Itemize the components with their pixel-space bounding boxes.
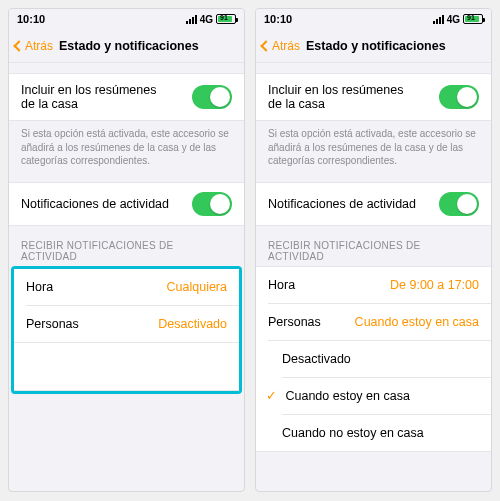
- row-hora[interactable]: Hora De 9:00 a 17:00: [256, 267, 491, 303]
- hora-label: Hora: [26, 280, 53, 294]
- personas-label: Personas: [268, 315, 321, 329]
- back-button[interactable]: Atrás: [262, 39, 300, 53]
- option-label: Cuando no estoy en casa: [282, 426, 424, 440]
- content: Incluir en los resúmenes de la casa Si e…: [9, 63, 244, 491]
- section-header-receive: RECIBIR NOTIFICACIONES DE ACTIVIDAD: [256, 226, 491, 266]
- status-bar: 10:10 4G 91: [256, 9, 491, 29]
- highlight-box: Hora Cualquiera Personas Desactivado: [11, 266, 242, 394]
- option-label: Desactivado: [282, 352, 351, 366]
- page-title: Estado y notificaciones: [59, 39, 238, 53]
- toggle-include-summary[interactable]: [192, 85, 232, 109]
- row-include-summary[interactable]: Incluir en los resúmenes de la casa: [9, 74, 244, 120]
- toggle-activity[interactable]: [192, 192, 232, 216]
- group-summary: Incluir en los resúmenes de la casa: [256, 73, 491, 121]
- row-hora[interactable]: Hora Cualquiera: [14, 269, 239, 305]
- content: Incluir en los resúmenes de la casa Si e…: [256, 63, 491, 491]
- signal-icon: [433, 15, 444, 24]
- section-header-receive: RECIBIR NOTIFICACIONES DE ACTIVIDAD: [9, 226, 244, 266]
- network-label: 4G: [447, 14, 460, 25]
- group-receive: Hora Cualquiera Personas Desactivado: [14, 269, 239, 343]
- back-button[interactable]: Atrás: [15, 39, 53, 53]
- status-right: 4G 91: [186, 14, 236, 25]
- phone-left: 10:10 4G 91 Atrás Estado y notificacione…: [8, 8, 245, 492]
- battery-icon: 91: [463, 14, 483, 24]
- signal-icon: [186, 15, 197, 24]
- battery-icon: 91: [216, 14, 236, 24]
- hora-label: Hora: [268, 278, 295, 292]
- option-label: ✓ Cuando estoy en casa: [282, 388, 410, 403]
- activity-label: Notificaciones de actividad: [21, 197, 169, 211]
- option-desactivado[interactable]: Desactivado: [256, 341, 491, 377]
- status-time: 10:10: [264, 13, 292, 25]
- back-label: Atrás: [272, 39, 300, 53]
- toggle-include-summary[interactable]: [439, 85, 479, 109]
- chevron-left-icon: [13, 40, 24, 51]
- option-cuando-estoy[interactable]: ✓ Cuando estoy en casa: [256, 378, 491, 414]
- group-activity: Notificaciones de actividad: [256, 182, 491, 226]
- status-right: 4G 91: [433, 14, 483, 25]
- row-personas[interactable]: Personas Desactivado: [14, 306, 239, 342]
- status-time: 10:10: [17, 13, 45, 25]
- row-personas[interactable]: Personas Cuando estoy en casa: [256, 304, 491, 340]
- personas-value: Cuando estoy en casa: [355, 315, 479, 329]
- group-summary: Incluir en los resúmenes de la casa: [9, 73, 244, 121]
- network-label: 4G: [200, 14, 213, 25]
- personas-label: Personas: [26, 317, 79, 331]
- group-activity: Notificaciones de actividad: [9, 182, 244, 226]
- chevron-left-icon: [260, 40, 271, 51]
- activity-label: Notificaciones de actividad: [268, 197, 416, 211]
- include-summary-footnote: Si esta opción está activada, este acces…: [256, 121, 491, 170]
- row-activity-notifications[interactable]: Notificaciones de actividad: [9, 183, 244, 225]
- include-summary-label: Incluir en los resúmenes de la casa: [21, 83, 171, 111]
- option-cuando-no-estoy[interactable]: Cuando no estoy en casa: [256, 415, 491, 451]
- include-summary-label: Incluir en los resúmenes de la casa: [268, 83, 418, 111]
- toggle-activity[interactable]: [439, 192, 479, 216]
- hora-value: Cualquiera: [167, 280, 227, 294]
- navbar: Atrás Estado y notificaciones: [9, 29, 244, 63]
- include-summary-footnote: Si esta opción está activada, este acces…: [9, 121, 244, 170]
- status-bar: 10:10 4G 91: [9, 9, 244, 29]
- group-receive: Hora De 9:00 a 17:00 Personas Cuando est…: [256, 266, 491, 452]
- back-label: Atrás: [25, 39, 53, 53]
- personas-value: Desactivado: [158, 317, 227, 331]
- phone-right: 10:10 4G 91 Atrás Estado y notificacione…: [255, 8, 492, 492]
- page-title: Estado y notificaciones: [306, 39, 485, 53]
- row-activity-notifications[interactable]: Notificaciones de actividad: [256, 183, 491, 225]
- navbar: Atrás Estado y notificaciones: [256, 29, 491, 63]
- checkmark-icon: ✓: [264, 388, 278, 403]
- row-include-summary[interactable]: Incluir en los resúmenes de la casa: [256, 74, 491, 120]
- hora-value: De 9:00 a 17:00: [390, 278, 479, 292]
